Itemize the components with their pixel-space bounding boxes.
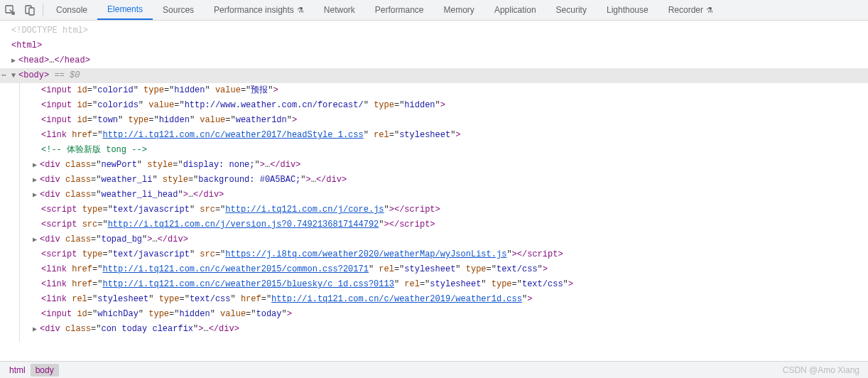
tab-lighthouse[interactable]: Lighthouse xyxy=(597,0,658,20)
tab-memory[interactable]: Memory xyxy=(434,0,484,20)
tab-performance-insights[interactable]: Performance insights⁤⚗ xyxy=(204,0,314,20)
tree-row[interactable]: ▶<div class="topad_bg">…</div> xyxy=(0,232,868,247)
device-toggle-icon[interactable] xyxy=(20,0,40,20)
tree-row[interactable]: <input id="colorids" value="http://www.w… xyxy=(0,98,868,113)
devtools-tabbar: Console Elements Sources Performance ins… xyxy=(0,0,868,21)
src-link[interactable]: http://i.tq121.com.cn/j/version.js?0.749… xyxy=(108,220,379,230)
flask-icon: ⁤⚗ xyxy=(706,0,713,20)
tree-row[interactable]: <input id="town" type="hidden" value="we… xyxy=(0,113,868,128)
tab-application[interactable]: Application xyxy=(484,0,546,20)
ellipsis-icon[interactable]: ⋯ xyxy=(1,68,6,83)
href-link[interactable]: http://i.tq121.com.cn/c/weather2017/head… xyxy=(102,130,363,140)
tree-row-html-open[interactable]: <html> xyxy=(0,38,868,53)
tree-row[interactable]: <link href="http://i.tq121.com.cn/c/weat… xyxy=(0,262,868,277)
tab-network[interactable]: Network xyxy=(314,0,365,20)
breadcrumb-html[interactable]: html xyxy=(4,364,31,377)
tab-console[interactable]: Console xyxy=(46,0,97,20)
src-link[interactable]: http://i.tq121.com.cn/j/core.js xyxy=(225,205,384,215)
watermark: CSDN @Amo Xiang xyxy=(783,365,859,375)
tabbar-divider xyxy=(43,4,43,16)
tree-row[interactable]: <input id="whichDay" type="hidden" value… xyxy=(0,307,868,322)
chevron-right-icon[interactable]: ▶ xyxy=(33,173,40,188)
tree-row[interactable]: <script src="http://i.tq121.com.cn/j/ver… xyxy=(0,217,868,232)
tree-row[interactable]: <script type="text/javascript" src="http… xyxy=(0,202,868,217)
tab-recorder[interactable]: Recorder⁤⚗ xyxy=(658,0,723,20)
tree-row-body[interactable]: ⋯ ▼<body> == $0 xyxy=(0,68,868,83)
chevron-right-icon[interactable]: ▶ xyxy=(33,322,40,337)
tree-row[interactable]: <link href="http://i.tq121.com.cn/c/weat… xyxy=(0,128,868,143)
tree-row-doctype[interactable]: <!DOCTYPE html> xyxy=(0,23,868,38)
tree-row[interactable]: <script type="text/javascript" src="http… xyxy=(0,247,868,262)
inspect-icon[interactable] xyxy=(0,0,20,20)
tab-elements[interactable]: Elements xyxy=(97,0,153,20)
tree-row-comment[interactable]: <!-- 体验新版 tong --> xyxy=(0,143,868,158)
elements-tree[interactable]: <!DOCTYPE html> <html> ▶<head>…</head> ⋯… xyxy=(0,21,868,364)
tab-sources[interactable]: Sources xyxy=(153,0,204,20)
tree-row[interactable]: ▶<div class="con today clearfix">…</div> xyxy=(0,322,868,337)
tree-row[interactable]: <link href="http://i.tq121.com.cn/c/weat… xyxy=(0,277,868,292)
href-link[interactable]: http://i.tq121.com.cn/c/weather2015/blue… xyxy=(102,279,394,289)
breadcrumb: html body CSDN @Amo Xiang xyxy=(0,361,868,378)
tab-performance[interactable]: Performance xyxy=(365,0,434,20)
chevron-right-icon[interactable]: ▶ xyxy=(33,232,40,247)
tree-row-head[interactable]: ▶<head>…</head> xyxy=(0,53,868,68)
src-link[interactable]: https://j.i8tq.com/weather2020/weatherMa… xyxy=(225,249,506,259)
chevron-right-icon[interactable]: ▶ xyxy=(11,53,18,68)
tree-row[interactable]: ▶<div class="newPort" style="display: no… xyxy=(0,158,868,173)
chevron-down-icon[interactable]: ▼ xyxy=(11,68,18,83)
tree-row[interactable]: <input id="colorid" type="hidden" value=… xyxy=(0,83,868,98)
tree-row[interactable]: <link rel="stylesheet" type="text/css" h… xyxy=(0,292,868,307)
flask-icon: ⁤⚗ xyxy=(297,0,304,20)
tab-security[interactable]: Security xyxy=(546,0,597,20)
chevron-right-icon[interactable]: ▶ xyxy=(33,188,40,202)
href-link[interactable]: http://i.tq121.com.cn/c/weather2019/weat… xyxy=(271,294,522,304)
breadcrumb-body[interactable]: body xyxy=(31,364,59,377)
chevron-right-icon[interactable]: ▶ xyxy=(33,158,40,173)
svg-rect-2 xyxy=(29,8,34,15)
href-link[interactable]: http://i.tq121.com.cn/c/weather2015/comm… xyxy=(102,264,368,274)
tree-row[interactable]: ▶<div class="weather_li_head">…</div> xyxy=(0,188,868,202)
tree-row[interactable]: ▶<div class="weather_li" style="backgrou… xyxy=(0,173,868,188)
